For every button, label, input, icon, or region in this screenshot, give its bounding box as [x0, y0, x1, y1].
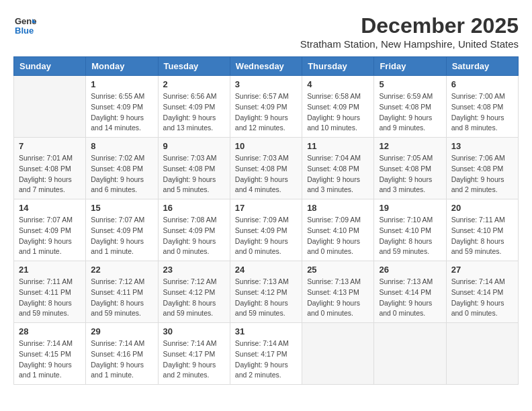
- day-info: Sunrise: 6:56 AM Sunset: 4:09 PM Dayligh…: [163, 91, 225, 134]
- calendar-cell: 4Sunrise: 6:58 AM Sunset: 4:09 PM Daylig…: [302, 76, 374, 138]
- calendar-cell: [374, 323, 446, 385]
- day-info: Sunrise: 7:14 AM Sunset: 4:17 PM Dayligh…: [163, 338, 225, 381]
- calendar-cell: 26Sunrise: 7:13 AM Sunset: 4:14 PM Dayli…: [374, 261, 446, 323]
- day-info: Sunrise: 7:02 AM Sunset: 4:08 PM Dayligh…: [91, 153, 152, 195]
- day-number: 23: [163, 265, 225, 275]
- day-number: 22: [91, 265, 152, 275]
- day-info: Sunrise: 7:09 AM Sunset: 4:09 PM Dayligh…: [235, 215, 297, 257]
- header: General Blue December 2025 Stratham Stat…: [13, 13, 519, 50]
- calendar-cell: 2Sunrise: 6:56 AM Sunset: 4:09 PM Daylig…: [158, 76, 230, 138]
- calendar-cell: 31Sunrise: 7:14 AM Sunset: 4:17 PM Dayli…: [230, 323, 302, 385]
- day-info: Sunrise: 7:14 AM Sunset: 4:17 PM Dayligh…: [235, 338, 297, 381]
- day-number: 24: [235, 265, 297, 275]
- calendar-cell: 27Sunrise: 7:14 AM Sunset: 4:14 PM Dayli…: [446, 261, 518, 323]
- calendar-cell: 10Sunrise: 7:03 AM Sunset: 4:08 PM Dayli…: [230, 138, 302, 199]
- calendar-header-row: SundayMondayTuesdayWednesdayThursdayFrid…: [14, 57, 519, 76]
- day-info: Sunrise: 7:14 AM Sunset: 4:14 PM Dayligh…: [451, 277, 513, 319]
- calendar-cell: 24Sunrise: 7:13 AM Sunset: 4:12 PM Dayli…: [230, 261, 302, 323]
- day-info: Sunrise: 7:06 AM Sunset: 4:08 PM Dayligh…: [451, 153, 513, 195]
- day-number: 12: [379, 141, 441, 151]
- calendar-cell: 7Sunrise: 7:01 AM Sunset: 4:08 PM Daylig…: [14, 138, 86, 199]
- day-number: 1: [91, 79, 152, 89]
- calendar-cell: 1Sunrise: 6:55 AM Sunset: 4:09 PM Daylig…: [86, 76, 158, 138]
- day-info: Sunrise: 7:08 AM Sunset: 4:09 PM Dayligh…: [163, 215, 225, 257]
- day-info: Sunrise: 7:11 AM Sunset: 4:11 PM Dayligh…: [19, 277, 81, 319]
- day-info: Sunrise: 6:59 AM Sunset: 4:08 PM Dayligh…: [379, 91, 441, 134]
- calendar-table: SundayMondayTuesdayWednesdayThursdayFrid…: [13, 56, 519, 385]
- calendar-cell: 18Sunrise: 7:09 AM Sunset: 4:10 PM Dayli…: [302, 199, 374, 261]
- calendar-cell: 23Sunrise: 7:12 AM Sunset: 4:12 PM Dayli…: [158, 261, 230, 323]
- day-number: 20: [451, 203, 513, 213]
- day-info: Sunrise: 6:57 AM Sunset: 4:09 PM Dayligh…: [235, 91, 297, 134]
- calendar-cell: 5Sunrise: 6:59 AM Sunset: 4:08 PM Daylig…: [374, 76, 446, 138]
- day-number: 19: [379, 203, 441, 213]
- column-header-wednesday: Wednesday: [230, 57, 302, 76]
- calendar-cell: 20Sunrise: 7:11 AM Sunset: 4:10 PM Dayli…: [446, 199, 518, 261]
- calendar-cell: 16Sunrise: 7:08 AM Sunset: 4:09 PM Dayli…: [158, 199, 230, 261]
- column-header-monday: Monday: [86, 57, 158, 76]
- day-number: 3: [235, 79, 297, 89]
- day-number: 31: [235, 326, 297, 336]
- day-info: Sunrise: 7:03 AM Sunset: 4:08 PM Dayligh…: [235, 153, 297, 195]
- day-number: 28: [19, 326, 81, 336]
- calendar-week-row: 1Sunrise: 6:55 AM Sunset: 4:09 PM Daylig…: [14, 76, 519, 138]
- location-title: Stratham Station, New Hampshire, United …: [300, 38, 519, 50]
- day-info: Sunrise: 7:03 AM Sunset: 4:08 PM Dayligh…: [163, 153, 225, 195]
- day-info: Sunrise: 7:00 AM Sunset: 4:08 PM Dayligh…: [451, 91, 513, 134]
- day-info: Sunrise: 7:11 AM Sunset: 4:10 PM Dayligh…: [451, 215, 513, 257]
- day-number: 25: [307, 265, 369, 275]
- calendar-cell: [14, 76, 86, 138]
- day-number: 13: [451, 141, 513, 151]
- day-number: 5: [379, 79, 441, 89]
- day-number: 16: [163, 203, 225, 213]
- day-info: Sunrise: 7:07 AM Sunset: 4:09 PM Dayligh…: [19, 215, 81, 257]
- calendar-cell: 21Sunrise: 7:11 AM Sunset: 4:11 PM Dayli…: [14, 261, 86, 323]
- day-number: 2: [163, 79, 225, 89]
- day-info: Sunrise: 6:58 AM Sunset: 4:09 PM Dayligh…: [307, 91, 369, 134]
- column-header-thursday: Thursday: [302, 57, 374, 76]
- calendar-cell: 17Sunrise: 7:09 AM Sunset: 4:09 PM Dayli…: [230, 199, 302, 261]
- day-number: 9: [163, 141, 225, 151]
- day-info: Sunrise: 7:12 AM Sunset: 4:11 PM Dayligh…: [91, 277, 152, 319]
- calendar-cell: 29Sunrise: 7:14 AM Sunset: 4:16 PM Dayli…: [86, 323, 158, 385]
- calendar-cell: [446, 323, 518, 385]
- day-info: Sunrise: 7:13 AM Sunset: 4:14 PM Dayligh…: [379, 277, 441, 319]
- day-number: 8: [91, 141, 152, 151]
- calendar-cell: 30Sunrise: 7:14 AM Sunset: 4:17 PM Dayli…: [158, 323, 230, 385]
- calendar-cell: 14Sunrise: 7:07 AM Sunset: 4:09 PM Dayli…: [14, 199, 86, 261]
- day-info: Sunrise: 7:12 AM Sunset: 4:12 PM Dayligh…: [163, 277, 225, 319]
- calendar-cell: 15Sunrise: 7:07 AM Sunset: 4:09 PM Dayli…: [86, 199, 158, 261]
- day-number: 11: [307, 141, 369, 151]
- day-info: Sunrise: 7:14 AM Sunset: 4:16 PM Dayligh…: [91, 338, 152, 381]
- day-number: 15: [91, 203, 152, 213]
- day-info: Sunrise: 7:09 AM Sunset: 4:10 PM Dayligh…: [307, 215, 369, 257]
- day-number: 4: [307, 79, 369, 89]
- calendar-cell: 13Sunrise: 7:06 AM Sunset: 4:08 PM Dayli…: [446, 138, 518, 199]
- title-section: December 2025 Stratham Station, New Hamp…: [300, 13, 519, 50]
- logo: General Blue: [13, 13, 36, 36]
- day-number: 17: [235, 203, 297, 213]
- day-info: Sunrise: 7:10 AM Sunset: 4:10 PM Dayligh…: [379, 215, 441, 257]
- calendar-cell: 8Sunrise: 7:02 AM Sunset: 4:08 PM Daylig…: [86, 138, 158, 199]
- day-number: 7: [19, 141, 81, 151]
- day-info: Sunrise: 7:13 AM Sunset: 4:12 PM Dayligh…: [235, 277, 297, 319]
- month-title: December 2025: [300, 13, 519, 38]
- day-info: Sunrise: 6:55 AM Sunset: 4:09 PM Dayligh…: [91, 91, 152, 134]
- calendar-cell: [302, 323, 374, 385]
- calendar-cell: 28Sunrise: 7:14 AM Sunset: 4:15 PM Dayli…: [14, 323, 86, 385]
- logo-icon: General Blue: [13, 13, 36, 36]
- calendar-cell: 12Sunrise: 7:05 AM Sunset: 4:08 PM Dayli…: [374, 138, 446, 199]
- day-number: 10: [235, 141, 297, 151]
- day-info: Sunrise: 7:14 AM Sunset: 4:15 PM Dayligh…: [19, 338, 81, 381]
- day-info: Sunrise: 7:07 AM Sunset: 4:09 PM Dayligh…: [91, 215, 152, 257]
- calendar-cell: 3Sunrise: 6:57 AM Sunset: 4:09 PM Daylig…: [230, 76, 302, 138]
- calendar-cell: 22Sunrise: 7:12 AM Sunset: 4:11 PM Dayli…: [86, 261, 158, 323]
- calendar-cell: 9Sunrise: 7:03 AM Sunset: 4:08 PM Daylig…: [158, 138, 230, 199]
- calendar-cell: 11Sunrise: 7:04 AM Sunset: 4:08 PM Dayli…: [302, 138, 374, 199]
- calendar-cell: 6Sunrise: 7:00 AM Sunset: 4:08 PM Daylig…: [446, 76, 518, 138]
- calendar-cell: 19Sunrise: 7:10 AM Sunset: 4:10 PM Dayli…: [374, 199, 446, 261]
- svg-text:Blue: Blue: [15, 26, 34, 36]
- day-number: 6: [451, 79, 513, 89]
- day-number: 30: [163, 326, 225, 336]
- day-number: 14: [19, 203, 81, 213]
